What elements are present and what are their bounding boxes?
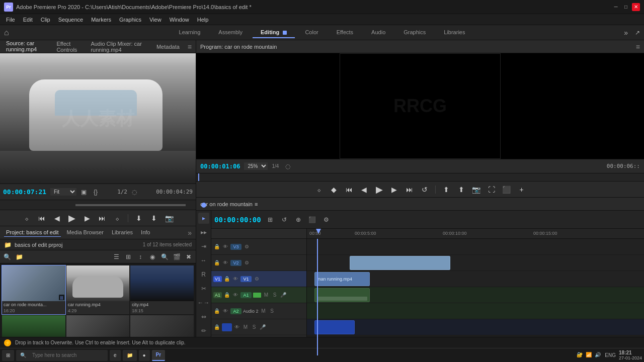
project-search-btn[interactable]: 🔍 bbox=[2, 252, 12, 262]
media-item[interactable]: ||| car on rode mounta... 16:20 bbox=[2, 265, 65, 314]
media-browser-tab[interactable]: Media Browser bbox=[65, 228, 106, 237]
menu-clip[interactable]: Clip bbox=[37, 16, 54, 24]
menu-window[interactable]: Window bbox=[166, 16, 193, 24]
master-clip-1[interactable] bbox=[314, 320, 355, 334]
source-fwd-frame[interactable]: ▶ bbox=[82, 213, 93, 224]
v1-lock[interactable]: 🔒 bbox=[223, 276, 230, 283]
master-audio-clip[interactable] bbox=[222, 323, 232, 331]
master-mute[interactable]: M bbox=[242, 324, 249, 331]
tray-network[interactable]: 📶 bbox=[586, 352, 593, 359]
program-scrubber[interactable] bbox=[196, 173, 644, 181]
tab-editing[interactable]: Editing bbox=[253, 27, 295, 38]
a1-mute[interactable]: M bbox=[263, 292, 270, 299]
master-eye[interactable]: 👁 bbox=[233, 324, 240, 331]
menu-file[interactable]: File bbox=[2, 16, 19, 24]
taskbar-edge[interactable]: e bbox=[110, 350, 121, 361]
program-add[interactable]: + bbox=[516, 184, 527, 195]
libraries-tab[interactable]: Libraries bbox=[110, 228, 135, 237]
master-solo[interactable]: S bbox=[251, 324, 258, 331]
menu-view[interactable]: View bbox=[145, 16, 166, 24]
project-auto-match[interactable]: ◉ bbox=[147, 252, 157, 262]
menu-edit[interactable]: Edit bbox=[19, 16, 37, 24]
source-timecode-icon[interactable]: ◌ bbox=[129, 187, 139, 197]
menu-markers[interactable]: Markers bbox=[87, 16, 115, 24]
v2-lock[interactable]: 🔒 bbox=[213, 259, 220, 266]
project-tab[interactable]: Project: basics of edit bbox=[4, 228, 61, 237]
v2-eye[interactable]: 👁 bbox=[222, 259, 229, 266]
program-fullscreen[interactable]: ⛶ bbox=[486, 184, 497, 195]
more-workspaces-button[interactable]: » bbox=[624, 29, 628, 37]
tab-assembly[interactable]: Assembly bbox=[210, 27, 251, 38]
taskbar-premiere[interactable]: Pr bbox=[152, 350, 166, 361]
source-tab-active[interactable]: Source: car running.mp4 bbox=[4, 39, 48, 54]
a1-eye[interactable]: 👁 bbox=[232, 292, 239, 299]
taskbar-file-explorer[interactable]: 📁 bbox=[123, 350, 137, 361]
rate-tool[interactable]: R bbox=[198, 269, 209, 280]
source-timecode[interactable]: 00:00:07:21 bbox=[3, 188, 48, 196]
minimize-button[interactable]: ─ bbox=[612, 3, 620, 11]
tl-tool5[interactable]: ⚙ bbox=[321, 215, 332, 225]
project-sort[interactable]: ↕ bbox=[135, 252, 145, 262]
project-find[interactable]: 🔍 bbox=[159, 252, 170, 262]
v2-settings[interactable]: ⚙ bbox=[243, 259, 250, 266]
rolling-tool[interactable]: ↔ bbox=[198, 255, 209, 266]
source-play-btn[interactable]: ▶ bbox=[66, 213, 77, 224]
timeline-timecode[interactable]: 00:00:00:00 bbox=[214, 216, 261, 224]
program-lift[interactable]: ⬆ bbox=[441, 184, 452, 195]
v2-clip-1[interactable] bbox=[350, 256, 450, 270]
share-button[interactable]: ↗ bbox=[635, 29, 640, 36]
program-settings-btn[interactable]: ◌ bbox=[283, 161, 293, 171]
media-item[interactable]: city.mp4 18:15 bbox=[130, 265, 194, 314]
taskbar-search-input[interactable] bbox=[28, 350, 104, 360]
project-list-view[interactable]: ☰ bbox=[111, 252, 121, 262]
select-tool[interactable]: ▸ bbox=[198, 213, 209, 224]
timeline-menu[interactable]: ≡ bbox=[255, 201, 258, 207]
pen-tool[interactable]: ✏ bbox=[198, 325, 209, 336]
source-mark-out[interactable]: ⬦ bbox=[112, 213, 123, 224]
timeline-tab[interactable]: car on rode mountain ≡ bbox=[200, 201, 258, 207]
master-lock[interactable]: 🔒 bbox=[213, 324, 220, 331]
project-new-item[interactable]: 🎬 bbox=[172, 252, 182, 262]
tl-tool2[interactable]: ↺ bbox=[279, 215, 289, 225]
project-new-bin[interactable]: 📁 bbox=[14, 252, 24, 262]
program-timecode[interactable]: 00:00:01:06 bbox=[200, 163, 240, 170]
tl-tool3[interactable]: ⊕ bbox=[293, 215, 303, 225]
slide-tool[interactable]: ⇔ bbox=[198, 311, 209, 322]
source-mark-in[interactable]: ⬦ bbox=[21, 213, 32, 224]
program-compare[interactable]: ⬛ bbox=[501, 184, 512, 195]
taskbar-chrome[interactable]: ● bbox=[139, 350, 150, 361]
program-add-marker[interactable]: ◆ bbox=[329, 184, 340, 195]
tab-learning[interactable]: Learning bbox=[171, 27, 209, 38]
start-button[interactable]: ⊞ bbox=[2, 350, 14, 361]
media-item[interactable]: car running.mp4 4:29 bbox=[66, 265, 130, 314]
program-loop[interactable]: ↺ bbox=[419, 184, 430, 195]
source-export[interactable]: 📷 bbox=[164, 213, 175, 224]
tab-audio[interactable]: Audio bbox=[363, 27, 393, 38]
a2-eye[interactable]: 👁 bbox=[222, 308, 229, 315]
v1-clip-1[interactable]: man running.mp4 bbox=[314, 272, 370, 286]
project-clear[interactable]: ✖ bbox=[184, 252, 194, 262]
tray-antivirus[interactable]: 🔐 bbox=[577, 352, 584, 359]
track-select-tool[interactable]: ▸▸ bbox=[198, 227, 209, 238]
tab-effects[interactable]: Effects bbox=[329, 27, 361, 38]
a2-solo[interactable]: S bbox=[269, 308, 276, 315]
source-insert[interactable]: ⬇ bbox=[133, 213, 144, 224]
v1-settings[interactable]: ⚙ bbox=[253, 276, 260, 283]
source-back-frame[interactable]: ◀ bbox=[51, 213, 62, 224]
source-scrubber[interactable] bbox=[0, 200, 196, 210]
program-zoom-select[interactable]: 25% 50% Fit bbox=[244, 162, 268, 170]
close-button[interactable]: ✕ bbox=[632, 3, 640, 11]
metadata-tab[interactable]: Metadata bbox=[154, 43, 182, 51]
menu-graphics[interactable]: Graphics bbox=[115, 16, 145, 24]
tab-color[interactable]: Color bbox=[297, 27, 326, 38]
search-button[interactable]: 🔍 bbox=[16, 350, 108, 361]
source-overwrite[interactable]: ⬇ bbox=[148, 213, 159, 224]
source-step-fwd[interactable]: ⏭ bbox=[97, 213, 108, 224]
a1-mic[interactable]: 🎤 bbox=[280, 292, 287, 299]
program-export[interactable]: 📷 bbox=[471, 184, 482, 195]
program-step-back[interactable]: ⏮ bbox=[344, 184, 355, 195]
program-panel-menu[interactable]: ≡ bbox=[636, 43, 640, 51]
effect-controls-tab[interactable]: Effect Controls bbox=[54, 40, 83, 54]
a2-lock[interactable]: 🔒 bbox=[213, 308, 220, 315]
program-back-frame[interactable]: ◀ bbox=[359, 184, 370, 195]
